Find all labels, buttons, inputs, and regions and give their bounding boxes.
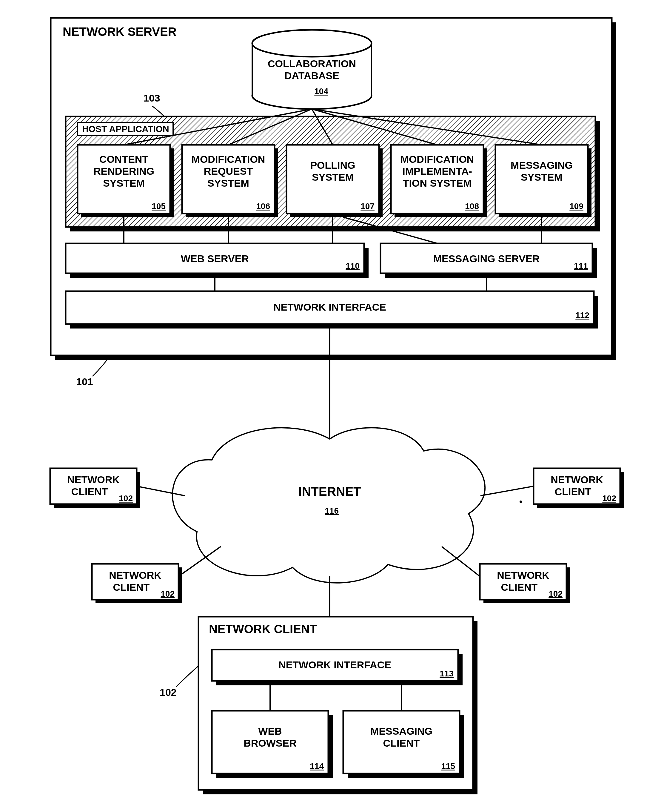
svg-text:113: 113 bbox=[439, 669, 454, 678]
svg-text:109: 109 bbox=[570, 202, 583, 211]
svg-text:102: 102 bbox=[119, 494, 133, 503]
svg-text:MESSAGING SERVER: MESSAGING SERVER bbox=[433, 253, 540, 264]
svg-text:114: 114 bbox=[310, 761, 324, 771]
internet-label: INTERNET bbox=[298, 484, 361, 499]
svg-text:102: 102 bbox=[161, 589, 174, 598]
db-id: 104 bbox=[314, 86, 328, 96]
svg-text:CLIENT: CLIENT bbox=[113, 582, 150, 593]
leader-102: 102 bbox=[159, 686, 177, 698]
web-browser-box: WEB BROWSER 114 bbox=[212, 711, 333, 778]
svg-text:SYSTEM: SYSTEM bbox=[521, 171, 563, 183]
svg-text:NETWORK: NETWORK bbox=[67, 474, 120, 485]
svg-point-77 bbox=[519, 501, 522, 503]
svg-text:CLIENT: CLIENT bbox=[71, 486, 108, 497]
svg-line-89 bbox=[442, 546, 480, 576]
svg-text:CLIENT: CLIENT bbox=[555, 486, 591, 497]
internet-id: 116 bbox=[325, 506, 339, 515]
hostapp-label: HOST APPLICATION bbox=[82, 124, 169, 134]
svg-text:NETWORK: NETWORK bbox=[497, 569, 549, 581]
svg-text:105: 105 bbox=[151, 202, 166, 211]
svg-text:SYSTEM: SYSTEM bbox=[207, 178, 249, 189]
svg-text:MESSAGING: MESSAGING bbox=[370, 726, 433, 737]
svg-text:107: 107 bbox=[361, 202, 374, 211]
svg-text:WEB: WEB bbox=[258, 726, 282, 737]
messaging-client-box: MESSAGING CLIENT 115 bbox=[343, 711, 464, 778]
svg-text:106: 106 bbox=[256, 202, 270, 211]
host-application-container: HOST APPLICATION CONTENT RENDERING SYSTE… bbox=[66, 116, 600, 232]
svg-text:MODIFICATION: MODIFICATION bbox=[400, 153, 474, 165]
internet-cloud: INTERNET 116 bbox=[173, 428, 485, 583]
network-server-container: NETWORK SERVER COLLABORATION DATABASE 10… bbox=[51, 18, 616, 360]
server-title: NETWORK SERVER bbox=[63, 25, 177, 38]
svg-text:WEB SERVER: WEB SERVER bbox=[181, 253, 249, 264]
network-client-small-3: NETWORK CLIENT 102 bbox=[92, 564, 182, 603]
svg-text:POLLING: POLLING bbox=[310, 160, 355, 171]
svg-text:NETWORK INTERFACE: NETWORK INTERFACE bbox=[278, 659, 391, 670]
svg-text:MODIFICATION: MODIFICATION bbox=[192, 153, 265, 165]
network-client-small-2: NETWORK CLIENT 102 bbox=[534, 468, 624, 508]
svg-point-8 bbox=[252, 30, 371, 57]
svg-text:SYSTEM: SYSTEM bbox=[312, 171, 354, 183]
module-messaging: MESSAGING SYSTEM 109 bbox=[495, 145, 591, 217]
leader-101: 101 bbox=[76, 376, 93, 387]
svg-text:102: 102 bbox=[548, 589, 563, 598]
svg-text:CLIENT: CLIENT bbox=[501, 582, 538, 593]
svg-line-83 bbox=[179, 546, 221, 576]
db-label-1: COLLABORATION bbox=[268, 58, 356, 69]
module-modification-request: MODIFICATION REQUEST SYSTEM 106 bbox=[182, 145, 278, 217]
leader-103: 103 bbox=[143, 92, 160, 104]
svg-text:MESSAGING: MESSAGING bbox=[511, 160, 573, 171]
svg-text:NETWORK: NETWORK bbox=[109, 569, 161, 581]
svg-text:115: 115 bbox=[441, 761, 455, 771]
network-client-small-1: NETWORK CLIENT 102 bbox=[50, 468, 140, 508]
svg-text:NETWORK INTERFACE: NETWORK INTERFACE bbox=[273, 301, 386, 313]
svg-line-76 bbox=[480, 486, 534, 496]
svg-text:BROWSER: BROWSER bbox=[244, 737, 297, 749]
svg-text:CLIENT: CLIENT bbox=[383, 737, 420, 749]
web-server-box: WEB SERVER 110 bbox=[66, 243, 369, 278]
client-network-interface: NETWORK INTERFACE 113 bbox=[212, 649, 462, 685]
svg-text:CONTENT: CONTENT bbox=[99, 153, 149, 165]
network-client-detail: NETWORK CLIENT NETWORK INTERFACE 113 WEB… bbox=[199, 617, 477, 794]
svg-text:RENDERING: RENDERING bbox=[93, 165, 154, 177]
svg-text:REQUEST: REQUEST bbox=[204, 165, 253, 177]
module-polling: POLLING SYSTEM 107 bbox=[286, 145, 382, 217]
svg-text:TION SYSTEM: TION SYSTEM bbox=[403, 178, 472, 189]
svg-text:NETWORK: NETWORK bbox=[551, 474, 603, 485]
svg-line-70 bbox=[137, 486, 185, 496]
module-content-rendering: CONTENT RENDERING SYSTEM 105 bbox=[78, 145, 174, 217]
svg-text:112: 112 bbox=[575, 311, 589, 320]
svg-text:IMPLEMENTA-: IMPLEMENTA- bbox=[402, 165, 472, 177]
database-icon: COLLABORATION DATABASE 104 bbox=[252, 30, 371, 109]
network-client-small-4: NETWORK CLIENT 102 bbox=[480, 564, 570, 603]
server-network-interface: NETWORK INTERFACE 112 bbox=[66, 291, 598, 328]
client-title: NETWORK CLIENT bbox=[209, 622, 317, 636]
svg-text:102: 102 bbox=[602, 494, 616, 503]
svg-text:108: 108 bbox=[465, 202, 479, 211]
svg-text:111: 111 bbox=[574, 261, 588, 271]
messaging-server-box: MESSAGING SERVER 111 bbox=[381, 243, 597, 278]
svg-text:110: 110 bbox=[346, 261, 360, 271]
db-label-2: DATABASE bbox=[285, 70, 339, 81]
svg-text:SYSTEM: SYSTEM bbox=[103, 178, 145, 189]
module-modification-impl: MODIFICATION IMPLEMENTA- TION SYSTEM 108 bbox=[391, 145, 487, 217]
